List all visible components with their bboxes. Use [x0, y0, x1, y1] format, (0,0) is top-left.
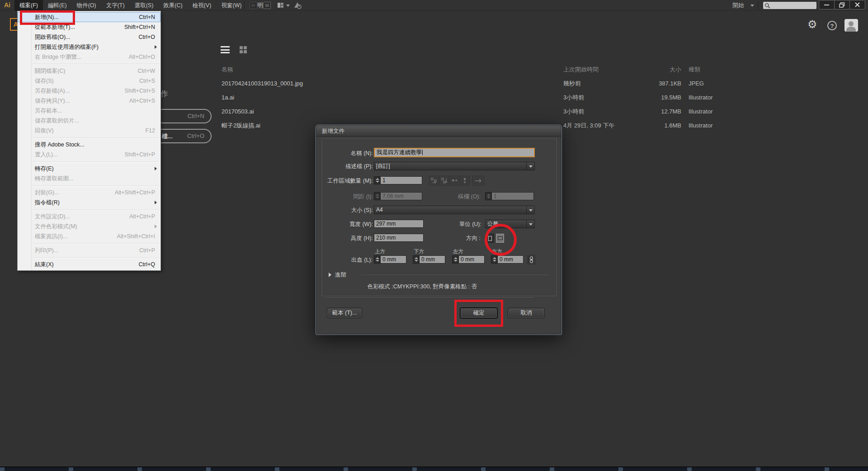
bleed-top-input[interactable]: 0 mm — [380, 255, 406, 264]
table-row[interactable]: 20170503.ai 3小時前 12.7MB Illustrator — [222, 104, 755, 118]
chevron-down-icon — [526, 162, 534, 170]
menu-edit[interactable]: 編輯(E) — [43, 0, 72, 11]
toolbar-divider — [758, 1, 758, 9]
columns-stepper — [485, 192, 491, 200]
profile-dropdown[interactable]: [自訂] — [374, 162, 535, 170]
width-input[interactable]: 297 mm — [374, 220, 424, 228]
units-label: 單位 (U): — [425, 221, 481, 228]
recent-files-table: 名稱 上次開啟時間 大小 種類 20170424100319013_0001.j… — [222, 62, 755, 132]
settings-gear-icon[interactable]: ⚙ — [807, 19, 817, 30]
table-row[interactable]: 1a.ai 3小時前 19.5MB Illustrator — [222, 90, 755, 104]
height-label: 高度 (H): — [316, 235, 373, 242]
artboards-input[interactable]: 1 — [380, 176, 422, 184]
menu-item-close: 關閉檔案(C)Ctrl+W — [18, 66, 160, 76]
menu-separator — [32, 161, 160, 162]
menu-item-scripts[interactable]: 指令檔(R) — [18, 198, 160, 207]
menu-object[interactable]: 物件(O) — [72, 0, 101, 11]
menu-separator — [32, 243, 160, 244]
spacing-stepper — [374, 192, 380, 200]
submenu-arrow-icon — [155, 167, 157, 170]
menubar: 檔案(F) 編輯(E) 物件(O) 文字(T) 選取(S) 效果(C) 檢視(V… — [14, 0, 276, 11]
illustrator-window: Ai 檔案(F) 編輯(E) 物件(O) 文字(T) 選取(S) 效果(C) 檢… — [0, 0, 868, 471]
menu-item-file-info: 檔案資訊(I)...Alt+Shift+Ctrl+I — [18, 231, 160, 241]
menu-select[interactable]: 選取(S) — [130, 0, 159, 11]
grid-view-icon[interactable] — [240, 46, 247, 53]
menu-item-save-selected-slices: 儲存選取的切片... — [18, 116, 160, 126]
column-opened[interactable]: 上次開啟時間 — [563, 66, 641, 74]
restore-button[interactable] — [834, 0, 850, 9]
columns-label: 橫欄 (O): — [425, 193, 481, 201]
column-kind[interactable]: 種類 — [681, 66, 755, 74]
close-button[interactable] — [849, 0, 865, 9]
height-input[interactable]: 210 mm — [374, 234, 424, 242]
stock-icon[interactable]: St — [263, 2, 271, 9]
search-box[interactable] — [763, 2, 816, 9]
menu-item-exit[interactable]: 結束(X)Ctrl+Q — [18, 259, 160, 269]
workspace-switcher-icon[interactable] — [278, 3, 284, 8]
arrange-by-column-icon — [460, 176, 470, 185]
profile-label: 描述檔 (P): — [316, 163, 373, 170]
table-header: 名稱 上次開啟時間 大小 種類 — [222, 62, 755, 76]
artboards-stepper[interactable] — [374, 176, 380, 184]
search-input[interactable] — [771, 2, 815, 9]
close-icon — [855, 2, 860, 7]
minimize-button[interactable] — [819, 0, 835, 9]
illustrator-logo: Ai — [4, 1, 10, 9]
size-label: 大小 (S): — [316, 207, 373, 214]
workspace-caret-icon[interactable] — [286, 5, 290, 7]
size-dropdown[interactable]: A4 — [374, 206, 535, 214]
text-cursor — [422, 150, 423, 155]
chevron-down-icon — [526, 220, 534, 228]
menu-file[interactable]: 檔案(F) — [14, 0, 43, 11]
bleed-left-input[interactable]: 0 mm — [458, 255, 485, 264]
advanced-label[interactable]: 進階 — [335, 271, 362, 279]
bleed-left-label: 左方 — [453, 248, 463, 255]
file-menu-dropdown: 新增(N)...Ctrl+N 從範本新增(T)...Shift+Ctrl+N 開… — [17, 11, 161, 271]
menu-item-save-as: 另存新檔(A)...Shift+Ctrl+S — [18, 86, 160, 96]
start-caret-icon[interactable] — [750, 5, 754, 7]
list-view-icon[interactable] — [221, 46, 230, 53]
bleed-right-input[interactable]: 0 mm — [497, 255, 524, 264]
name-input[interactable]: 我是四方連續教學 — [374, 148, 535, 157]
column-name[interactable]: 名稱 — [222, 66, 563, 74]
template-button[interactable]: 範本 (T)... — [327, 308, 362, 318]
menu-separator — [32, 185, 160, 186]
menu-item-print: 列印(P)...Ctrl+P — [18, 245, 160, 255]
dialog-title[interactable]: 新增文件 — [316, 126, 561, 137]
bleed-bottom-input[interactable]: 0 mm — [419, 255, 445, 264]
start-workspace-dropdown[interactable]: 開始 — [732, 0, 744, 11]
table-row[interactable]: 20170424100319013_0001.jpg 幾秒前 387.1KB J… — [222, 76, 755, 90]
menu-item-open[interactable]: 開啟舊檔(O)...Ctrl+O — [18, 32, 160, 42]
submenu-arrow-icon — [155, 201, 157, 204]
bleed-top-stepper[interactable] — [374, 255, 380, 264]
bleed-left-stepper[interactable] — [452, 255, 458, 264]
width-label: 寬度 (W): — [316, 221, 373, 228]
help-icon[interactable]: ? — [827, 21, 837, 30]
menu-item-open-recent[interactable]: 打開最近使用過的檔案(F) — [18, 42, 160, 52]
menu-item-export[interactable]: 轉存(E) — [18, 164, 160, 174]
link-bleed-values-icon[interactable] — [527, 255, 535, 264]
column-size[interactable]: 大小 — [641, 66, 681, 74]
titlebar: Ai 檔案(F) 編輯(E) 物件(O) 文字(T) 選取(S) 效果(C) 檢… — [0, 0, 868, 11]
gpu-performance-icon[interactable] — [293, 1, 302, 9]
spacing-label: 間距 (I): — [316, 193, 373, 201]
bleed-right-stepper[interactable] — [491, 255, 497, 264]
grid-by-column-icon — [439, 176, 449, 185]
bleed-bottom-stepper[interactable] — [413, 255, 419, 264]
artboards-label: 工作區域數量 (M): — [316, 177, 373, 185]
toolbar-divider — [244, 1, 245, 9]
cancel-button[interactable]: 取消 — [508, 308, 545, 318]
bleed-bottom-label: 下方 — [414, 248, 424, 255]
menu-item-search-adobe-stock[interactable]: 搜尋 Adobe Stock... — [18, 140, 160, 150]
menu-separator — [32, 137, 160, 138]
bridge-icon[interactable]: Br — [250, 2, 257, 9]
menu-view[interactable]: 檢視(V) — [188, 0, 217, 11]
menu-item-place: 置入(L)...Shift+Ctrl+P — [18, 150, 160, 160]
menu-window[interactable]: 視窗(W) — [216, 0, 246, 11]
menu-effect[interactable]: 效果(C) — [158, 0, 187, 11]
account-avatar[interactable] — [844, 19, 858, 32]
menu-type[interactable]: 文字(T) — [101, 0, 130, 11]
advanced-divider — [361, 275, 549, 275]
submenu-arrow-icon — [155, 225, 157, 228]
advanced-expander-icon[interactable] — [329, 273, 331, 277]
